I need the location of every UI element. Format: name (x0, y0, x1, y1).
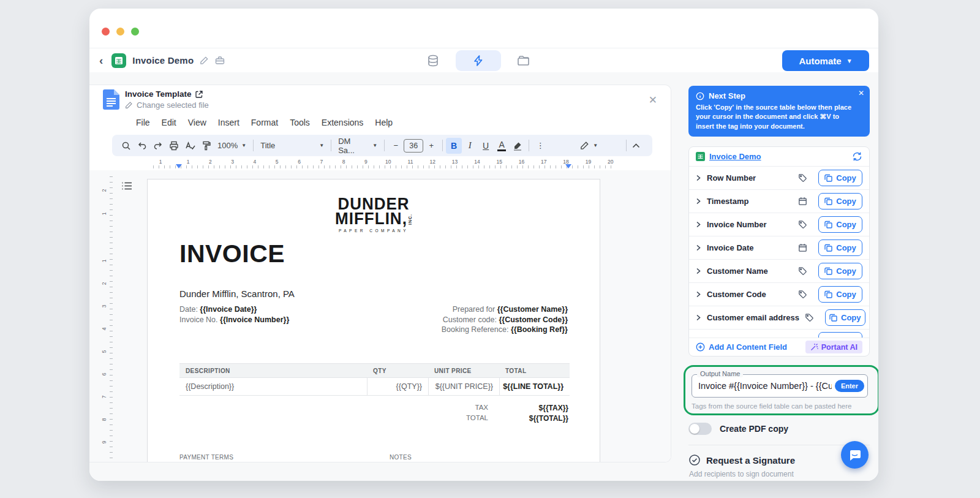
copy-label: Copy (836, 243, 856, 252)
ruler-number: 10 (385, 159, 391, 165)
copy-button[interactable]: Copy (825, 309, 865, 326)
banner-body: Click 'Copy' in the source table below t… (696, 103, 854, 131)
undo-icon[interactable] (134, 138, 150, 154)
chevron-right-icon[interactable] (696, 291, 701, 298)
source-data-icon[interactable] (426, 54, 440, 67)
chat-widget-button[interactable] (841, 441, 869, 469)
ruler-number: 8 (101, 418, 107, 421)
copy-button[interactable]: Copy (818, 263, 862, 279)
workspace-icon[interactable] (215, 56, 225, 65)
ruler-number: 5 (101, 350, 107, 353)
source-field-label: Customer email address (707, 313, 799, 322)
app-window: ‹ Invoice Demo Automate▼ (89, 9, 878, 481)
menu-edit[interactable]: Edit (162, 118, 176, 127)
copy-button[interactable]: Copy (818, 193, 862, 209)
source-field-row[interactable]: Customer NameCopy (689, 259, 869, 282)
company-line: Dunder Mifflin, Scantron, PA (179, 289, 295, 299)
table-header-cell: UNIT PRICE (428, 368, 499, 374)
highlight-color-button[interactable] (510, 138, 526, 154)
source-field-row[interactable]: TimestampCopy (689, 189, 869, 213)
right-margin-marker[interactable] (565, 164, 571, 168)
meta-label: Date: (179, 305, 200, 314)
ruler-number: 13 (452, 159, 458, 165)
source-sheet-link[interactable]: Invoice Demo (709, 152, 761, 161)
copy-button[interactable]: Copy (818, 286, 862, 303)
output-name-label: Output Name (697, 370, 743, 377)
left-margin-marker[interactable] (176, 164, 182, 168)
close-panel-icon[interactable]: ✕ (649, 94, 657, 107)
traffic-close-button[interactable] (102, 28, 110, 36)
copy-button[interactable]: Copy (818, 170, 862, 186)
add-ai-content-field-button[interactable]: Add AI Content Field (696, 342, 787, 352)
menu-extensions[interactable]: Extensions (322, 118, 363, 127)
change-selected-file[interactable]: Change selected file (125, 100, 209, 110)
redo-icon[interactable] (150, 138, 166, 154)
hide-menus-icon[interactable] (628, 138, 644, 154)
document-page[interactable]: DUNDER MIFFLIN, INC. PAPER COMPANY INVOI… (147, 179, 600, 462)
open-external-icon[interactable] (195, 91, 203, 98)
chevron-right-icon[interactable] (696, 175, 701, 181)
paragraph-style-select[interactable]: Title▼ (257, 141, 328, 150)
automation-tab-active[interactable] (456, 50, 501, 71)
chevron-right-icon[interactable] (696, 198, 701, 205)
source-field-row[interactable]: Invoice NumberCopy (689, 213, 869, 236)
menu-tools[interactable]: Tools (290, 118, 310, 127)
automate-button[interactable]: Automate▼ (782, 50, 869, 71)
spellcheck-icon[interactable] (182, 138, 198, 154)
traffic-minimize-button[interactable] (116, 28, 124, 36)
paint-format-icon[interactable] (198, 138, 214, 154)
banner-title: Next Step (709, 91, 745, 100)
copy-icon (824, 174, 832, 182)
more-options-icon[interactable]: ⋮ (532, 138, 548, 154)
menu-format[interactable]: Format (251, 118, 278, 127)
source-field-row[interactable]: Row NumberCopy (689, 166, 869, 189)
traffic-zoom-button[interactable] (131, 28, 139, 36)
output-name-field[interactable]: Output Name Invoice #{{Invoice Number}} … (692, 374, 868, 398)
workflow-title: Invoice Demo (132, 55, 194, 66)
portant-ai-badge[interactable]: Portant AI (805, 341, 862, 353)
menu-view[interactable]: View (188, 118, 206, 127)
copy-label: Copy (836, 266, 856, 276)
enter-button[interactable]: Enter (835, 380, 864, 392)
menu-insert[interactable]: Insert (218, 118, 239, 127)
ruler-number: 5 (276, 159, 279, 165)
font-size-decrease[interactable]: − (388, 138, 404, 154)
outputs-folder-icon[interactable] (517, 55, 531, 67)
editing-mode-select[interactable]: ▼ (576, 141, 601, 150)
font-size-input[interactable]: 36 (404, 139, 423, 153)
copy-button-partial[interactable] (818, 332, 862, 338)
horizontal-ruler[interactable]: 11234567891011121314151617181920 (89, 157, 671, 170)
font-size-increase[interactable]: + (423, 138, 439, 154)
source-field-row[interactable]: Customer email addressCopy (689, 306, 869, 329)
underline-button[interactable]: U (478, 138, 494, 154)
print-icon[interactable] (166, 138, 182, 154)
back-button[interactable]: ‹ (97, 55, 105, 66)
copy-button[interactable]: Copy (818, 240, 862, 256)
chevron-right-icon[interactable] (696, 314, 701, 321)
copy-label: Copy (836, 220, 856, 229)
chevron-right-icon[interactable] (696, 244, 701, 251)
output-name-value[interactable]: Invoice #{{Invoice Number}} - {{Cus (698, 381, 832, 391)
ruler-number: 16 (519, 159, 524, 165)
vertical-ruler[interactable]: 2112345678910 (104, 170, 113, 462)
rename-pencil-icon[interactable] (200, 56, 209, 65)
banner-close-icon[interactable]: ✕ (858, 89, 864, 97)
create-pdf-toggle[interactable] (688, 423, 712, 435)
menu-help[interactable]: Help (375, 118, 393, 127)
font-select[interactable]: DM Sa...▼ (334, 137, 381, 155)
zoom-select[interactable]: 100%▼ (214, 141, 250, 150)
chevron-right-icon[interactable] (696, 268, 701, 274)
refresh-icon[interactable] (852, 151, 862, 162)
bold-button[interactable]: B (446, 138, 462, 154)
copy-button[interactable]: Copy (818, 216, 862, 233)
meta-line: Customer code: {{Customer Code}} (442, 315, 568, 325)
italic-button[interactable]: I (462, 138, 478, 154)
chevron-right-icon[interactable] (696, 221, 701, 228)
menu-file[interactable]: File (136, 118, 150, 127)
text-color-button[interactable]: A (494, 138, 510, 154)
document-outline-icon[interactable] (121, 181, 132, 191)
source-field-row[interactable]: Customer CodeCopy (689, 282, 869, 306)
meta-label: Prepared for (453, 305, 497, 314)
source-field-row[interactable]: Invoice DateCopy (689, 236, 869, 259)
search-icon[interactable] (118, 138, 134, 154)
